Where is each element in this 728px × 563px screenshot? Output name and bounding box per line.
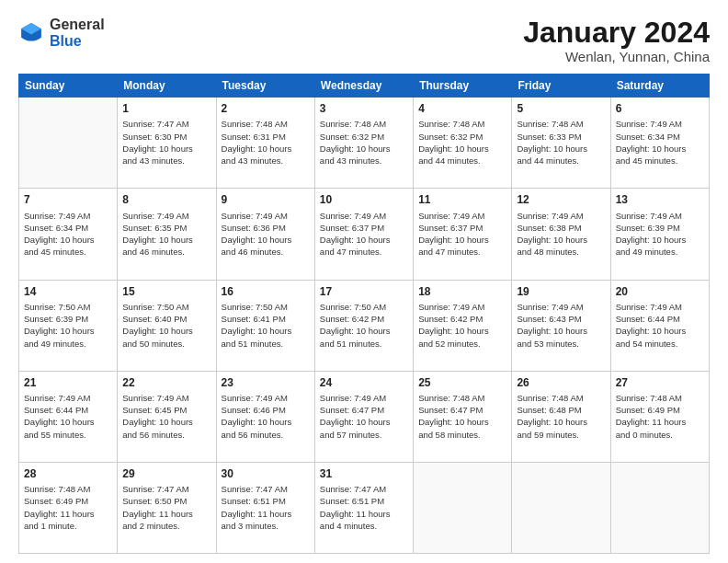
calendar-cell: 29Sunrise: 7:47 AM Sunset: 6:50 PM Dayli… [118, 462, 216, 553]
day-info: Sunrise: 7:48 AM Sunset: 6:32 PM Dayligh… [418, 118, 506, 167]
day-info: Sunrise: 7:49 AM Sunset: 6:45 PM Dayligh… [122, 392, 210, 441]
day-info: Sunrise: 7:47 AM Sunset: 6:30 PM Dayligh… [122, 118, 210, 167]
calendar-cell: 5Sunrise: 7:48 AM Sunset: 6:33 PM Daylig… [512, 98, 610, 189]
day-info: Sunrise: 7:49 AM Sunset: 6:42 PM Dayligh… [418, 301, 506, 350]
logo-general-text: General [50, 17, 105, 33]
day-number: 29 [122, 466, 210, 481]
calendar-cell: 12Sunrise: 7:49 AM Sunset: 6:38 PM Dayli… [512, 189, 610, 280]
title-block: January 2024 Wenlan, Yunnan, China [523, 17, 710, 64]
week-row-2: 7Sunrise: 7:49 AM Sunset: 6:34 PM Daylig… [19, 189, 710, 280]
weekday-header-tuesday: Tuesday [216, 75, 314, 98]
day-info: Sunrise: 7:49 AM Sunset: 6:37 PM Dayligh… [418, 210, 506, 259]
day-info: Sunrise: 7:49 AM Sunset: 6:34 PM Dayligh… [24, 210, 112, 259]
day-info: Sunrise: 7:49 AM Sunset: 6:44 PM Dayligh… [616, 301, 704, 350]
calendar-cell: 18Sunrise: 7:49 AM Sunset: 6:42 PM Dayli… [414, 280, 512, 371]
day-info: Sunrise: 7:49 AM Sunset: 6:46 PM Dayligh… [222, 392, 310, 441]
day-number: 10 [320, 192, 408, 207]
day-number: 15 [122, 284, 210, 299]
day-number: 14 [24, 284, 112, 299]
day-info: Sunrise: 7:49 AM Sunset: 6:44 PM Dayligh… [24, 392, 112, 441]
calendar-cell [512, 462, 610, 553]
day-number: 21 [24, 375, 112, 390]
calendar-subtitle: Wenlan, Yunnan, China [523, 49, 710, 64]
day-info: Sunrise: 7:49 AM Sunset: 6:37 PM Dayligh… [320, 210, 408, 259]
day-number: 8 [122, 192, 210, 207]
calendar-cell: 9Sunrise: 7:49 AM Sunset: 6:36 PM Daylig… [216, 189, 314, 280]
day-number: 11 [418, 192, 506, 207]
day-number: 16 [222, 284, 310, 299]
logo-blue-text: Blue [50, 33, 105, 50]
day-number: 3 [320, 101, 408, 116]
day-number: 7 [24, 192, 112, 207]
logo: General Blue [18, 17, 105, 49]
weekday-header-wednesday: Wednesday [314, 75, 413, 98]
calendar-cell: 3Sunrise: 7:48 AM Sunset: 6:32 PM Daylig… [314, 98, 413, 189]
calendar-cell: 20Sunrise: 7:49 AM Sunset: 6:44 PM Dayli… [610, 280, 709, 371]
calendar-title: January 2024 [523, 17, 710, 49]
calendar-cell: 17Sunrise: 7:50 AM Sunset: 6:42 PM Dayli… [314, 280, 413, 371]
page: General Blue January 2024 Wenlan, Yunnan… [0, 0, 728, 563]
calendar-cell: 27Sunrise: 7:48 AM Sunset: 6:49 PM Dayli… [610, 371, 709, 462]
calendar-cell: 30Sunrise: 7:47 AM Sunset: 6:51 PM Dayli… [216, 462, 314, 553]
day-number: 31 [320, 466, 408, 481]
calendar-table: SundayMondayTuesdayWednesdayThursdayFrid… [18, 74, 710, 554]
logo-text: General Blue [50, 17, 105, 49]
week-row-5: 28Sunrise: 7:48 AM Sunset: 6:49 PM Dayli… [19, 462, 710, 553]
calendar-cell: 31Sunrise: 7:47 AM Sunset: 6:51 PM Dayli… [314, 462, 413, 553]
day-number: 26 [517, 375, 605, 390]
week-row-3: 14Sunrise: 7:50 AM Sunset: 6:39 PM Dayli… [19, 280, 710, 371]
day-info: Sunrise: 7:49 AM Sunset: 6:39 PM Dayligh… [616, 210, 704, 259]
day-number: 18 [418, 284, 506, 299]
day-info: Sunrise: 7:49 AM Sunset: 6:34 PM Dayligh… [616, 118, 704, 167]
day-info: Sunrise: 7:47 AM Sunset: 6:51 PM Dayligh… [320, 483, 408, 532]
calendar-cell: 28Sunrise: 7:48 AM Sunset: 6:49 PM Dayli… [19, 462, 118, 553]
day-number: 22 [122, 375, 210, 390]
calendar-cell: 23Sunrise: 7:49 AM Sunset: 6:46 PM Dayli… [216, 371, 314, 462]
calendar-cell [19, 98, 118, 189]
day-number: 27 [616, 375, 704, 390]
day-number: 6 [616, 101, 704, 116]
calendar-cell: 15Sunrise: 7:50 AM Sunset: 6:40 PM Dayli… [118, 280, 216, 371]
day-info: Sunrise: 7:49 AM Sunset: 6:38 PM Dayligh… [517, 210, 605, 259]
logo-icon [18, 20, 44, 46]
day-number: 19 [517, 284, 605, 299]
day-number: 30 [222, 466, 310, 481]
calendar-cell: 16Sunrise: 7:50 AM Sunset: 6:41 PM Dayli… [216, 280, 314, 371]
day-info: Sunrise: 7:47 AM Sunset: 6:50 PM Dayligh… [122, 483, 210, 532]
day-number: 23 [222, 375, 310, 390]
day-info: Sunrise: 7:49 AM Sunset: 6:47 PM Dayligh… [320, 392, 408, 441]
calendar-cell: 10Sunrise: 7:49 AM Sunset: 6:37 PM Dayli… [314, 189, 413, 280]
weekday-header-saturday: Saturday [610, 75, 709, 98]
calendar-cell: 7Sunrise: 7:49 AM Sunset: 6:34 PM Daylig… [19, 189, 118, 280]
weekday-header-thursday: Thursday [414, 75, 512, 98]
day-info: Sunrise: 7:50 AM Sunset: 6:41 PM Dayligh… [222, 301, 310, 350]
weekday-header-sunday: Sunday [19, 75, 118, 98]
week-row-1: 1Sunrise: 7:47 AM Sunset: 6:30 PM Daylig… [19, 98, 710, 189]
calendar-cell: 4Sunrise: 7:48 AM Sunset: 6:32 PM Daylig… [414, 98, 512, 189]
day-number: 24 [320, 375, 408, 390]
day-number: 28 [24, 466, 112, 481]
day-number: 2 [222, 101, 310, 116]
calendar-cell: 13Sunrise: 7:49 AM Sunset: 6:39 PM Dayli… [610, 189, 709, 280]
weekday-header-friday: Friday [512, 75, 610, 98]
week-row-4: 21Sunrise: 7:49 AM Sunset: 6:44 PM Dayli… [19, 371, 710, 462]
day-info: Sunrise: 7:48 AM Sunset: 6:49 PM Dayligh… [616, 392, 704, 441]
calendar-cell: 2Sunrise: 7:48 AM Sunset: 6:31 PM Daylig… [216, 98, 314, 189]
header: General Blue January 2024 Wenlan, Yunnan… [18, 17, 710, 64]
day-number: 25 [418, 375, 506, 390]
day-info: Sunrise: 7:48 AM Sunset: 6:48 PM Dayligh… [517, 392, 605, 441]
day-info: Sunrise: 7:50 AM Sunset: 6:39 PM Dayligh… [24, 301, 112, 350]
calendar-cell: 26Sunrise: 7:48 AM Sunset: 6:48 PM Dayli… [512, 371, 610, 462]
day-info: Sunrise: 7:50 AM Sunset: 6:42 PM Dayligh… [320, 301, 408, 350]
calendar-cell: 1Sunrise: 7:47 AM Sunset: 6:30 PM Daylig… [118, 98, 216, 189]
weekday-row: SundayMondayTuesdayWednesdayThursdayFrid… [19, 75, 710, 98]
day-number: 9 [222, 192, 310, 207]
calendar-cell: 6Sunrise: 7:49 AM Sunset: 6:34 PM Daylig… [610, 98, 709, 189]
day-info: Sunrise: 7:50 AM Sunset: 6:40 PM Dayligh… [122, 301, 210, 350]
calendar-cell: 19Sunrise: 7:49 AM Sunset: 6:43 PM Dayli… [512, 280, 610, 371]
calendar-cell: 22Sunrise: 7:49 AM Sunset: 6:45 PM Dayli… [118, 371, 216, 462]
day-info: Sunrise: 7:48 AM Sunset: 6:31 PM Dayligh… [222, 118, 310, 167]
weekday-header-monday: Monday [118, 75, 216, 98]
day-info: Sunrise: 7:49 AM Sunset: 6:43 PM Dayligh… [517, 301, 605, 350]
calendar-cell: 24Sunrise: 7:49 AM Sunset: 6:47 PM Dayli… [314, 371, 413, 462]
